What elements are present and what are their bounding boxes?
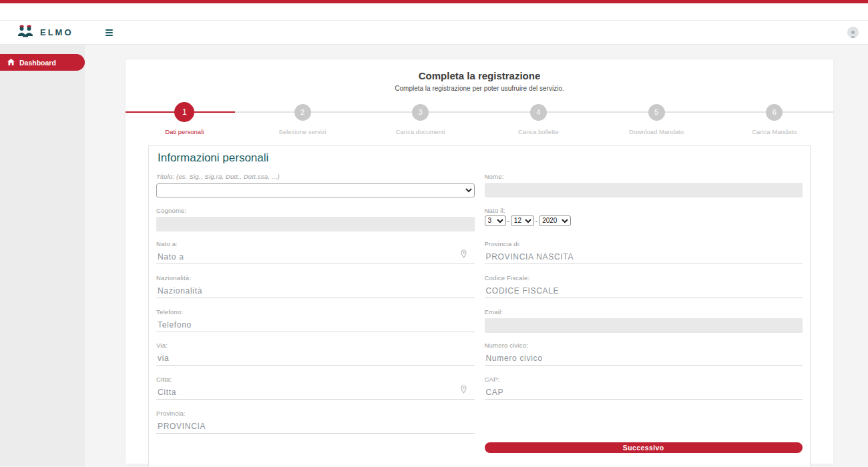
provincia-di-label: Provincia di: <box>485 240 803 248</box>
via-label: Via: <box>156 342 475 349</box>
menu-toggle-button[interactable] <box>103 27 116 39</box>
birth-year-select[interactable]: 2020 <box>539 215 571 226</box>
user-avatar-icon[interactable] <box>847 27 859 38</box>
provincia-di-input[interactable] <box>485 248 803 264</box>
personal-info-panel: Informazioni personali Titolo: (es. Sig.… <box>148 145 811 466</box>
field-titolo: Titolo: (es. Sig., Sig.ra, Dott., Dott.s… <box>156 170 475 204</box>
step-circle: 6 <box>766 104 783 121</box>
field-nato-il: Nato il: 3 - 12 - 2020 <box>485 204 803 238</box>
step-label: Dati personali <box>165 128 204 135</box>
app-header: ELMO <box>0 21 868 45</box>
nome-input <box>485 183 803 197</box>
field-provincia-di: Provincia di: <box>485 238 803 272</box>
citta-input[interactable] <box>156 383 475 400</box>
cognome-label: Cognome: <box>156 207 475 214</box>
numero-civico-input[interactable] <box>485 349 803 366</box>
stepper: 1 Dati personali 2 Selezione servizi 3 C… <box>126 99 833 136</box>
location-pin-icon <box>461 384 467 396</box>
field-citta: Citta: <box>156 373 475 407</box>
app-root: ELMO Dashboard Completa <box>0 0 868 466</box>
step-label: Selezione servizi <box>278 128 326 135</box>
sidebar-item-label: Dashboard <box>19 59 56 67</box>
cap-label: CAP: <box>485 376 803 383</box>
next-button[interactable]: Successivo <box>485 442 803 453</box>
registration-card: Completa la registrazione Completa la re… <box>126 59 833 464</box>
form-column-left: Titolo: (es. Sig., Sig.ra, Dott., Dott.s… <box>156 170 475 453</box>
date-separator: - <box>535 217 537 224</box>
citta-label: Citta: <box>156 376 475 383</box>
top-strip <box>0 3 868 21</box>
codice-fiscale-input[interactable] <box>485 282 803 298</box>
email-label: Email: <box>485 308 803 316</box>
field-email: Email: <box>485 306 803 340</box>
field-numero-civico: Numero civico: <box>485 339 803 373</box>
brand-logo[interactable]: ELMO <box>17 25 73 41</box>
birth-day-select[interactable]: 3 <box>485 215 506 226</box>
sidebar: Dashboard <box>0 45 85 466</box>
nato-il-label: Nato il: <box>485 207 803 214</box>
form-column-right: Nome: Nato il: 3 - 12 - 2020 <box>485 170 803 453</box>
field-nato-a: Nato a: <box>156 238 475 272</box>
cognome-input <box>156 217 475 231</box>
sidebar-item-dashboard[interactable]: Dashboard <box>0 54 85 71</box>
stepper-step-6: 6 Carica Mandato <box>715 99 833 135</box>
telefono-input[interactable] <box>156 316 475 332</box>
provincia-input[interactable] <box>156 417 475 434</box>
email-input <box>485 318 803 333</box>
via-input[interactable] <box>156 349 475 366</box>
field-nazionalita: Nazionalità: <box>156 272 475 306</box>
date-separator: - <box>507 217 509 224</box>
step-circle: 4 <box>530 104 547 121</box>
nato-a-label: Nato a: <box>156 240 475 248</box>
nazionalita-label: Nazionalità: <box>156 274 475 282</box>
field-cognome: Cognome: <box>156 204 475 238</box>
nome-label: Nome: <box>485 173 803 180</box>
nato-a-input[interactable] <box>156 248 475 264</box>
field-codice-fiscale: Codice Fiscale: <box>485 272 803 306</box>
stepper-step-5: 5 Download Mandato <box>598 99 716 135</box>
page-subtitle: Completa la registrazione per poter usuf… <box>126 85 833 92</box>
page-title: Completa la registrazione <box>126 70 833 81</box>
titolo-label: Titolo: (es. Sig., Sig.ra, Dott., Dott.s… <box>156 173 475 180</box>
numero-civico-label: Numero civico: <box>485 342 803 349</box>
people-icon <box>17 25 35 41</box>
location-pin-icon <box>461 249 467 261</box>
field-cap: CAP: <box>485 373 803 407</box>
step-label: Download Mandato <box>629 128 684 135</box>
stepper-step-3: 3 Carica documenti <box>361 99 479 135</box>
step-circle: 3 <box>412 104 429 121</box>
cap-input[interactable] <box>485 383 803 400</box>
step-label: Carica bollette <box>518 128 559 135</box>
field-via: Via: <box>156 339 475 373</box>
codice-fiscale-label: Codice Fiscale: <box>485 274 803 282</box>
stepper-step-2: 2 Selezione servizi <box>244 99 362 135</box>
step-circle: 5 <box>648 104 665 121</box>
birth-month-select[interactable]: 12 <box>511 215 534 226</box>
step-circle: 1 <box>174 102 194 122</box>
main-content: Completa la registrazione Completa la re… <box>85 45 868 466</box>
nazionalita-input[interactable] <box>156 282 475 298</box>
telefono-label: Telefono: <box>156 308 475 316</box>
field-telefono: Telefono: <box>156 306 475 340</box>
provincia-label: Provincia: <box>156 410 475 417</box>
step-circle: 2 <box>294 104 311 121</box>
brand-name: ELMO <box>40 27 73 37</box>
field-nome: Nome: <box>485 170 803 204</box>
section-title: Informazioni personali <box>158 151 803 168</box>
titolo-select[interactable] <box>156 183 475 197</box>
step-label: Carica documenti <box>396 128 445 135</box>
stepper-step-4: 4 Carica bollette <box>479 99 598 135</box>
stepper-step-1: 1 Dati personali <box>126 99 244 135</box>
step-label: Carica Mandato <box>752 128 797 135</box>
field-provincia: Provincia: <box>156 407 475 441</box>
home-icon <box>7 59 15 67</box>
